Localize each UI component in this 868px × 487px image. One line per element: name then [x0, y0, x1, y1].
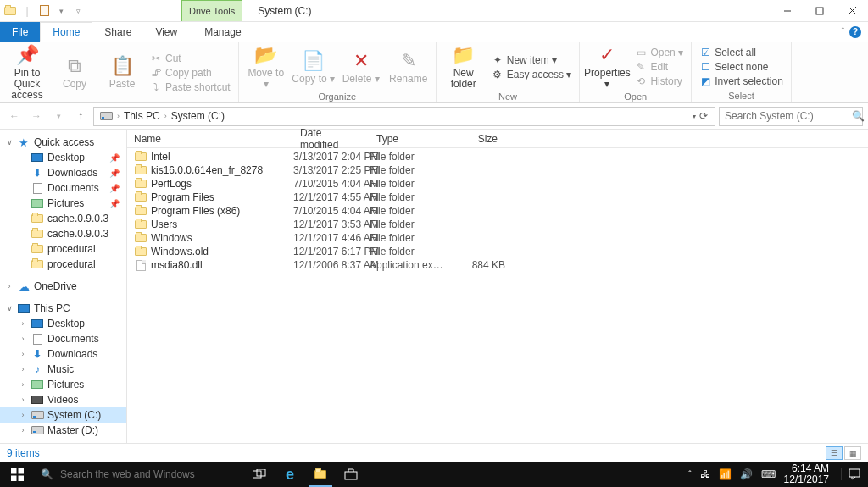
sidebar-this-pc[interactable]: ∨This PC [0, 301, 126, 316]
easy-access-button[interactable]: ⚙Easy access ▾ [489, 68, 575, 81]
breadcrumb-root-icon[interactable] [97, 112, 115, 120]
qat-dropdown-icon[interactable]: ▾ [54, 4, 68, 18]
invert-selection-button[interactable]: ◩Invert selection [697, 75, 786, 88]
qat-overflow-icon[interactable]: ▿ [71, 4, 85, 18]
edge-app[interactable]: e [275, 462, 305, 487]
tray-volume-icon[interactable]: 🔊 [740, 468, 753, 480]
new-folder-button[interactable]: 📁 New folder [442, 44, 486, 90]
paste-shortcut-button[interactable]: ⤵Paste shortcut [147, 80, 233, 94]
paste-button[interactable]: 📋 Paste [100, 55, 144, 90]
tab-file[interactable]: File [0, 22, 40, 42]
forward-button[interactable]: → [27, 107, 46, 125]
back-button[interactable]: ← [5, 107, 24, 125]
sidebar-desktop2[interactable]: ›Desktop [0, 316, 126, 331]
breadcrumb-system-c[interactable]: System (C:) [169, 110, 227, 122]
help-icon[interactable]: ? [849, 26, 861, 38]
. list-item[interactable]: Users12/1/2017 3:53 AMFile folder [127, 218, 868, 231]
refresh-icon[interactable]: ⟳ [699, 110, 708, 122]
history-button[interactable]: ⟲History [632, 75, 686, 88]
tab-manage[interactable]: Manage [192, 22, 253, 42]
. list-item[interactable]: PerfLogs7/10/2015 4:04 AMFile folder [127, 177, 868, 191]
taskbar-search[interactable]: 🔍 [34, 462, 244, 487]
file-list[interactable]: Intel3/13/2017 2:04 PMFile folderkis16.0… [127, 148, 868, 443]
tray-keyboard-icon[interactable]: ⌨ [761, 468, 776, 480]
tab-view[interactable]: View [143, 22, 189, 42]
properties-qat-icon[interactable] [37, 4, 51, 18]
sidebar-music[interactable]: ›♪Music [0, 362, 126, 377]
search-input[interactable] [725, 110, 852, 122]
search-icon[interactable]: 🔍 [852, 110, 865, 122]
sidebar-cache[interactable]: cache.0.9.0.3 [0, 211, 126, 226]
new-item-button[interactable]: ✦New item ▾ [489, 53, 575, 67]
sidebar-videos[interactable]: ›Videos [0, 392, 126, 407]
sidebar-desktop[interactable]: Desktop📌 [0, 150, 126, 165]
minimize-button[interactable] [771, 0, 804, 22]
. list-item[interactable]: Windows.old12/1/2017 6:17 PMFile folder [127, 245, 868, 258]
sidebar-onedrive[interactable]: ›☁OneDrive [0, 279, 126, 294]
open-button[interactable]: ▭Open ▾ [632, 46, 686, 59]
task-view-button[interactable] [244, 462, 275, 487]
delete-button[interactable]: ✕ Delete ▾ [339, 50, 383, 85]
column-type[interactable]: Type [370, 133, 446, 145]
breadcrumb-this-pc[interactable]: This PC [121, 110, 163, 122]
tray-wifi-icon[interactable]: 📶 [719, 468, 732, 480]
sidebar-documents[interactable]: Documents📌 [0, 180, 126, 196]
breadcrumb[interactable]: › This PC › System (C:) ▾ ⟳ [93, 107, 715, 126]
close-button[interactable] [836, 0, 868, 22]
store-app[interactable] [336, 462, 366, 487]
sidebar-procedural2[interactable]: procedural [0, 257, 126, 272]
cut-button[interactable]: ✂Cut [147, 52, 233, 65]
sidebar-pictures2[interactable]: ›Pictures [0, 377, 126, 392]
select-all-button[interactable]: ☑Select all [697, 46, 786, 59]
column-size[interactable]: Size [446, 133, 505, 145]
taskbar-clock[interactable]: 6:14 AM 12/1/2017 [784, 463, 832, 485]
breadcrumb-dropdown-icon[interactable]: ▾ [693, 113, 696, 120]
sidebar-documents2[interactable]: ›Documents [0, 331, 126, 346]
copy-to-button[interactable]: 📄 Copy to ▾ [292, 50, 336, 85]
view-large-icon[interactable]: ▦ [844, 446, 861, 460]
taskbar-search-input[interactable] [60, 468, 244, 480]
properties-button[interactable]: ✓ Properties ▾ [585, 44, 629, 90]
tab-home[interactable]: Home [40, 22, 92, 42]
pin-button[interactable]: 📌 Pin to Quick access [5, 44, 49, 102]
tray-network-icon[interactable]: 🖧 [700, 468, 710, 480]
maximize-button[interactable] [804, 0, 836, 22]
sidebar-downloads[interactable]: ⬇Downloads📌 [0, 165, 126, 180]
copy-path-button[interactable]: 🖇Copy path [147, 66, 233, 80]
search-box[interactable]: 🔍 [719, 107, 863, 126]
chevron-right-icon[interactable]: › [117, 112, 120, 120]
. list-item[interactable]: Intel3/13/2017 2:04 PMFile folder [127, 150, 868, 163]
sidebar-downloads2[interactable]: ›⬇Downloads [0, 346, 126, 362]
explorer-app[interactable] [305, 462, 336, 487]
sidebar-cache2[interactable]: cache.0.9.0.3 [0, 226, 126, 241]
sidebar-procedural[interactable]: procedural [0, 241, 126, 257]
rename-button[interactable]: ✎ Rename [387, 50, 431, 85]
. list-item[interactable]: Program Files (x86)7/10/2015 4:04 AMFile… [127, 204, 868, 218]
edit-button[interactable]: ✎Edit [632, 60, 686, 74]
sidebar-master-d[interactable]: ›Master (D:) [0, 423, 126, 438]
column-name[interactable]: Name [127, 133, 293, 145]
tab-share[interactable]: Share [92, 22, 143, 42]
navigation-pane[interactable]: ∨★Quick access Desktop📌 ⬇Downloads📌 Docu… [0, 130, 127, 443]
view-details-icon[interactable]: ☰ [826, 446, 843, 460]
up-button[interactable]: ↑ [71, 107, 90, 125]
. list-item[interactable]: Windows12/1/2017 4:46 AMFile folder [127, 231, 868, 245]
sidebar-quick-access[interactable]: ∨★Quick access [0, 135, 126, 150]
column-date[interactable]: Date modified [293, 127, 370, 151]
chevron-right-icon[interactable]: › [164, 112, 167, 120]
move-to-button[interactable]: 📂 Move to ▾ [244, 44, 288, 90]
sidebar-pictures[interactable]: Pictures📌 [0, 196, 126, 211]
tray-overflow-icon[interactable]: ˆ [688, 470, 691, 479]
. list-item[interactable]: Program Files12/1/2017 4:55 AMFile folde… [127, 191, 868, 204]
copy-button[interactable]: ⧉ Copy [53, 55, 97, 90]
folder-icon [31, 228, 44, 240]
start-button[interactable] [0, 462, 34, 487]
drive-tools-tab[interactable]: Drive Tools [181, 0, 242, 21]
sidebar-system-c[interactable]: ›System (C:) [0, 407, 126, 423]
ribbon-collapse-icon[interactable]: ˆ [842, 27, 844, 36]
. list-item[interactable]: kis16.0.0.614en_fr_82783/13/2017 2:25 PM… [127, 163, 868, 177]
. list-item[interactable]: msdia80.dll12/1/2006 8:37 AMApplication … [127, 258, 868, 272]
recent-button[interactable]: ▾ [49, 107, 68, 125]
select-none-button[interactable]: ☐Select none [697, 60, 786, 74]
action-center-button[interactable] [841, 468, 866, 480]
